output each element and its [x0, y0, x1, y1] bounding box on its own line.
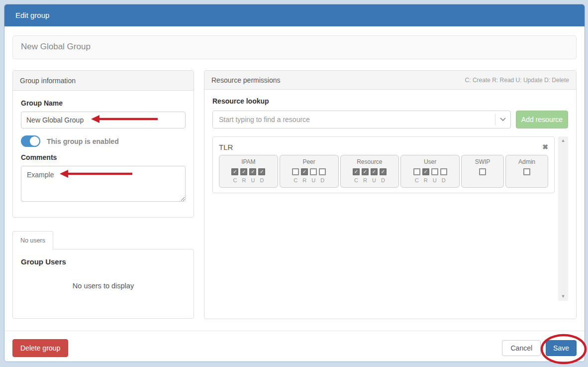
permission-group-label: Peer	[282, 158, 336, 165]
permission-group-label: SWIP	[464, 158, 501, 165]
crud-letters: CRUD	[282, 177, 336, 183]
no-users-message: No users to display	[21, 282, 186, 290]
permission-group-label: Admin	[508, 158, 546, 165]
checkbox-swip[interactable]	[479, 168, 486, 175]
resource-lookup-label: Resource lookup	[212, 97, 568, 106]
permission-group-ipam: IPAM✓✓✓✓CRUD	[219, 155, 278, 188]
comments-textarea[interactable]: Example	[21, 166, 186, 202]
vertical-scrollbar[interactable]: ▲ ▼	[558, 136, 568, 301]
permission-group-swip: SWIP	[461, 155, 504, 188]
modal-footer: Delete group Cancel Save	[4, 331, 585, 362]
checkbox-ipam-c[interactable]: ✓	[231, 168, 238, 175]
tlr-card-title: TLR	[219, 143, 233, 151]
checkbox-resource-c[interactable]: ✓	[353, 168, 360, 175]
group-name-label: Group Name	[21, 99, 186, 108]
add-resource-button[interactable]: Add resource	[516, 111, 568, 128]
tab-no-users[interactable]: No users	[12, 231, 53, 249]
resource-lookup-row: Add resource	[212, 111, 568, 128]
permission-group-resource: Resource✓✓✓✓CRUD	[340, 155, 399, 188]
right-column: Resource permissions C: Create R: Read U…	[204, 70, 577, 319]
enabled-toggle-label: This group is enabled	[47, 137, 119, 145]
permission-checkboxes: ✓	[282, 168, 336, 175]
permission-checkboxes	[464, 168, 501, 175]
group-name-input[interactable]	[21, 112, 186, 128]
enabled-toggle-row: This group is enabled	[21, 135, 186, 147]
permissions-scroll-area: TLR ✖ IPAM✓✓✓✓CRUDPeer✓CRUDResource✓✓✓✓C…	[212, 136, 568, 301]
permission-group-peer: Peer✓CRUD	[280, 155, 339, 188]
checkbox-resource-r[interactable]: ✓	[362, 168, 369, 175]
tlr-resource-card: TLR ✖ IPAM✓✓✓✓CRUDPeer✓CRUDResource✓✓✓✓C…	[212, 136, 555, 193]
checkbox-admin[interactable]	[523, 168, 530, 175]
close-icon[interactable]: ✖	[542, 143, 548, 150]
toggle-knob	[30, 136, 39, 146]
crud-letters: CRUD	[221, 177, 276, 183]
tlr-card-header: TLR ✖	[219, 141, 548, 153]
checkbox-peer-r[interactable]: ✓	[301, 168, 308, 175]
comments-label: Comments	[21, 153, 186, 162]
checkbox-ipam-u[interactable]: ✓	[249, 168, 256, 175]
checkbox-user-u[interactable]	[431, 168, 438, 175]
resource-lookup-input[interactable]	[213, 111, 495, 128]
scroll-down-icon[interactable]: ▼	[561, 294, 566, 299]
footer-right-buttons: Cancel Save	[502, 340, 577, 356]
checkbox-peer-u[interactable]	[310, 168, 317, 175]
permission-group-user: User✓CRUD	[400, 155, 460, 188]
resource-permissions-panel: Resource permissions C: Create R: Read U…	[204, 70, 577, 319]
permission-group-label: Resource	[343, 158, 397, 165]
resource-lookup-combobox[interactable]	[212, 111, 511, 128]
permission-group-label: User	[403, 158, 457, 165]
group-information-header: Group information	[13, 71, 194, 91]
checkbox-user-d[interactable]	[440, 168, 447, 175]
checkbox-ipam-d[interactable]: ✓	[258, 168, 265, 175]
checkbox-user-r[interactable]: ✓	[422, 168, 429, 175]
page: Edit group New Global Group Group inform…	[0, 0, 588, 367]
checkbox-ipam-r[interactable]: ✓	[240, 168, 247, 175]
group-enabled-toggle[interactable]	[21, 135, 40, 147]
group-users-header: Group Users	[21, 257, 186, 266]
group-information-panel: Group information Group Name This group …	[12, 70, 194, 218]
resource-permissions-title: Resource permissions	[211, 76, 281, 84]
cancel-button[interactable]: Cancel	[502, 340, 541, 356]
permission-checkboxes: ✓✓✓✓	[221, 168, 276, 175]
permission-groups-row: IPAM✓✓✓✓CRUDPeer✓CRUDResource✓✓✓✓CRUDUse…	[219, 155, 548, 188]
group-users-panel: Group Users No users to display	[12, 249, 194, 319]
resource-permissions-body: Resource lookup	[204, 90, 576, 301]
save-button[interactable]: Save	[546, 340, 577, 356]
crud-legend: C: Create R: Read U: Update D: Delete	[465, 77, 569, 84]
group-information-body: Group Name This group is enabled Comment…	[13, 91, 194, 211]
left-column: Group information Group Name This group …	[12, 70, 194, 319]
group-title-box: New Global Group	[12, 35, 577, 59]
checkbox-peer-d[interactable]	[319, 168, 326, 175]
modal-content: Group information Group Name This group …	[12, 70, 577, 319]
permission-checkboxes: ✓	[403, 168, 457, 175]
chevron-down-icon[interactable]	[495, 118, 510, 122]
checkbox-user-c[interactable]	[413, 168, 420, 175]
checkbox-resource-d[interactable]: ✓	[380, 168, 387, 175]
permission-checkboxes: ✓✓✓✓	[343, 168, 397, 175]
crud-letters: CRUD	[403, 177, 457, 183]
resource-permissions-header: Resource permissions C: Create R: Read U…	[204, 71, 576, 90]
checkbox-resource-u[interactable]: ✓	[371, 168, 378, 175]
checkbox-peer-c[interactable]	[292, 168, 299, 175]
crud-letters: CRUD	[343, 177, 397, 183]
modal-title: Edit group	[4, 4, 585, 26]
permission-checkboxes	[508, 168, 546, 175]
permission-group-admin: Admin	[505, 155, 548, 188]
scroll-up-icon[interactable]: ▲	[561, 138, 566, 143]
permission-group-label: IPAM	[221, 158, 276, 165]
edit-group-modal: Edit group New Global Group Group inform…	[4, 4, 585, 362]
delete-group-button[interactable]: Delete group	[12, 339, 68, 357]
